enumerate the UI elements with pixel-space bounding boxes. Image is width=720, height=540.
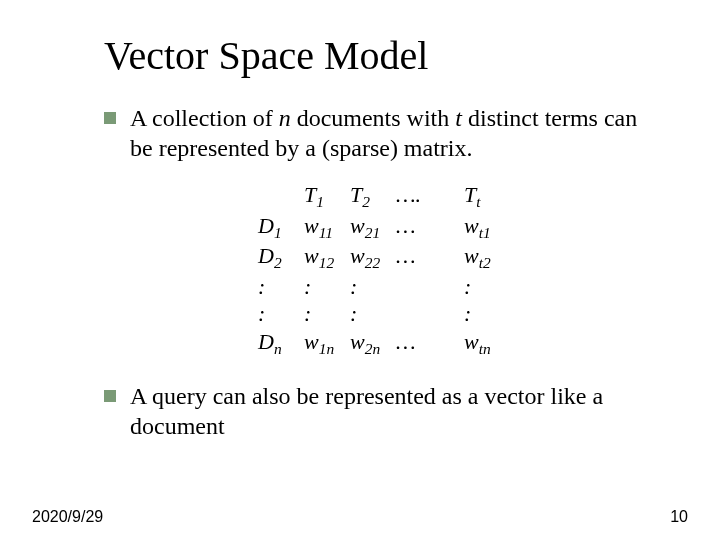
matrix: T1 T2 …. Tt D1 w11 w21 … wt1 D2 w12 w22 … — [258, 181, 672, 359]
matrix-cell: w1n — [304, 328, 350, 359]
matrix-cell: w12 — [304, 242, 350, 273]
matrix-cell: w22 — [350, 242, 396, 273]
matrix-row: : : : : — [258, 273, 672, 301]
bullet-item: A query can also be represented as a vec… — [104, 381, 640, 441]
matrix-cell: … — [396, 328, 442, 359]
matrix-cell: : — [464, 273, 510, 301]
matrix-cell: wt2 — [464, 242, 510, 273]
matrix-cell — [442, 300, 464, 328]
matrix-cell: Tt — [464, 181, 510, 212]
matrix-cell — [442, 242, 464, 273]
matrix-cell: : — [304, 300, 350, 328]
slide-title: Vector Space Model — [104, 32, 672, 79]
square-bullet-icon — [104, 112, 116, 124]
footer: 2020/9/29 10 — [32, 508, 688, 526]
footer-page-number: 10 — [670, 508, 688, 526]
matrix-cell: Dn — [258, 328, 304, 359]
bullet-item: A collection of n documents with t disti… — [104, 103, 640, 163]
matrix-cell — [442, 212, 464, 243]
matrix-cell — [396, 300, 442, 328]
matrix-cell: D1 — [258, 212, 304, 243]
matrix-header-row: T1 T2 …. Tt — [258, 181, 672, 212]
text-fragment: A collection of — [130, 105, 279, 131]
matrix-cell: … — [396, 212, 442, 243]
matrix-cell: wtn — [464, 328, 510, 359]
slide: Vector Space Model A collection of n doc… — [0, 0, 720, 540]
matrix-cell: : — [258, 300, 304, 328]
matrix-row: : : : : — [258, 300, 672, 328]
matrix-cell: : — [304, 273, 350, 301]
matrix-cell — [258, 181, 304, 212]
matrix-cell: : — [258, 273, 304, 301]
matrix-cell: T2 — [350, 181, 396, 212]
matrix-cell: T1 — [304, 181, 350, 212]
matrix-cell — [396, 273, 442, 301]
text-fragment: documents with — [291, 105, 456, 131]
matrix-cell: : — [350, 300, 396, 328]
footer-date: 2020/9/29 — [32, 508, 103, 526]
matrix-cell: … — [396, 242, 442, 273]
matrix-cell — [442, 328, 464, 359]
matrix-cell: …. — [396, 181, 442, 212]
matrix-cell — [442, 273, 464, 301]
var-t: t — [455, 105, 462, 131]
square-bullet-icon — [104, 390, 116, 402]
matrix-row: D1 w11 w21 … wt1 — [258, 212, 672, 243]
matrix-cell: : — [350, 273, 396, 301]
matrix-cell: w11 — [304, 212, 350, 243]
matrix-row: D2 w12 w22 … wt2 — [258, 242, 672, 273]
matrix-cell: : — [464, 300, 510, 328]
matrix-cell: D2 — [258, 242, 304, 273]
matrix-cell: wt1 — [464, 212, 510, 243]
matrix-cell: w21 — [350, 212, 396, 243]
matrix-row: Dn w1n w2n … wtn — [258, 328, 672, 359]
bullet-text: A collection of n documents with t disti… — [130, 103, 640, 163]
var-n: n — [279, 105, 291, 131]
matrix-cell: w2n — [350, 328, 396, 359]
bullet-text: A query can also be represented as a vec… — [130, 381, 640, 441]
matrix-cell — [442, 181, 464, 212]
